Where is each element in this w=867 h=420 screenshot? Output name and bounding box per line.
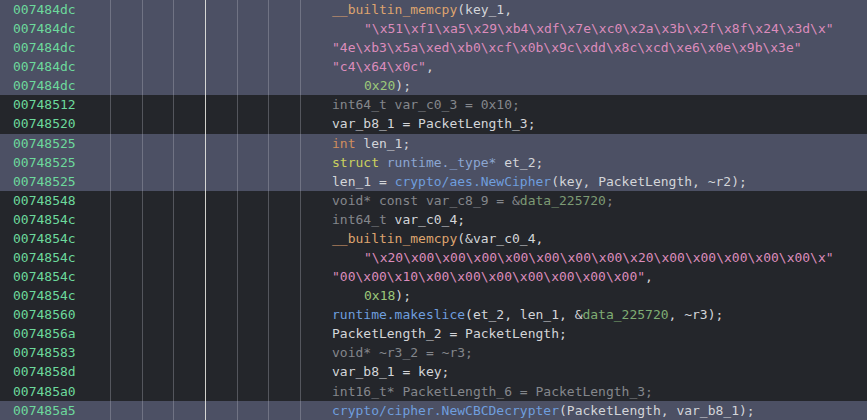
address-gutter-value[interactable]: 0074854c (13, 210, 76, 229)
token-string: "\x20\x00\x00\x00\x00\x00\x00\x00\x20\x0… (364, 250, 834, 265)
code-line[interactable]: int64_t var_c0_3 = 0x10; (332, 95, 520, 114)
token-default: et_2; (496, 155, 543, 170)
code-line[interactable]: int len_1; (332, 134, 410, 153)
token-default: , ~r3); (669, 307, 724, 322)
code-line[interactable]: struct runtime._type* et_2; (332, 153, 543, 172)
token-dim: void* const var_c8_9 = & (332, 193, 520, 208)
code-line[interactable]: void* const var_c8_9 = &data_225720; (332, 191, 614, 210)
address-gutter-value[interactable]: 007485a5 (13, 401, 76, 420)
code-row[interactable]: 0074856aPacketLength_2 = PacketLength; (0, 324, 867, 343)
token-string: "4e\xb3\x5a\xed\xb0\xcf\x0b\x9c\xdd\x8c\… (332, 40, 802, 55)
code-row[interactable]: 00748512int64_t var_c0_3 = 0x10; (0, 95, 867, 114)
code-line[interactable]: PacketLength_2 = PacketLength; (332, 324, 567, 343)
code-line[interactable]: __builtin_memcpy(key_1, (332, 0, 512, 19)
token-func: crypto/aes.NewCipher (395, 174, 552, 189)
code-line[interactable]: runtime.makeslice(et_2, len_1, &data_225… (332, 305, 723, 324)
code-row[interactable]: 0074854c__builtin_memcpy(&var_c0_4, (0, 229, 867, 248)
token-type: int (332, 136, 355, 151)
address-gutter-value[interactable]: 00748548 (13, 191, 76, 210)
code-line[interactable]: "\x51\xf1\xa5\x29\xb4\xdf\x7e\xc0\x2a\x3… (364, 19, 834, 38)
token-dim: ; (606, 193, 614, 208)
token-default: PacketLength_2 = PacketLength; (332, 326, 567, 341)
address-gutter-value[interactable]: 007484dc (13, 76, 76, 95)
code-row[interactable]: 007484dc__builtin_memcpy(key_1, (0, 0, 867, 19)
token-default: , (426, 59, 434, 74)
code-line[interactable]: void* ~r3_2 = ~r3; (332, 343, 473, 362)
code-line[interactable]: 0x18); (364, 286, 411, 305)
token-dim: int16_t* PacketLength_6 = PacketLength_3… (332, 384, 653, 399)
token-default: len_1; (355, 136, 410, 151)
token-number: 0x20 (364, 78, 395, 93)
address-gutter-value[interactable]: 0074854c (13, 248, 76, 267)
code-line[interactable]: "\x20\x00\x00\x00\x00\x00\x00\x00\x20\x0… (364, 248, 834, 267)
code-line[interactable]: "c4\x64\x0c", (332, 57, 434, 76)
token-dim: int64_t var_c0_3 = 0x10; (332, 97, 520, 112)
code-row[interactable]: 0074854cint64_t var_c0_4; (0, 210, 867, 229)
token-default (379, 155, 387, 170)
code-line[interactable]: var_b8_1 = PacketLength_3; (332, 114, 536, 133)
token-default: ); (395, 288, 411, 303)
address-gutter-value[interactable]: 00748525 (13, 134, 76, 153)
token-func: crypto/cipher.NewCBCDecrypter (332, 403, 559, 418)
code-row[interactable]: 0074854c0x18); (0, 286, 867, 305)
code-rows: 007484dc__builtin_memcpy(key_1,007484dc"… (0, 0, 867, 420)
code-line[interactable]: int64_t var_c0_4; (332, 210, 465, 229)
code-row[interactable]: 0074858dvar_b8_1 = key; (0, 362, 867, 381)
token-default: var_b8_1 = key; (332, 364, 449, 379)
linear-disassembly-view[interactable]: 007484dc__builtin_memcpy(key_1,007484dc"… (0, 0, 867, 420)
address-gutter-value[interactable]: 007484dc (13, 38, 76, 57)
token-default: (key_1, (457, 2, 512, 17)
token-default: (PacketLength, var_b8_1); (559, 403, 755, 418)
address-gutter-value[interactable]: 00748525 (13, 153, 76, 172)
code-row[interactable]: 00748525struct runtime._type* et_2; (0, 153, 867, 172)
code-line[interactable]: "4e\xb3\x5a\xed\xb0\xcf\x0b\x9c\xdd\x8c\… (332, 38, 802, 57)
code-line[interactable]: var_b8_1 = key; (332, 362, 449, 381)
address-gutter-value[interactable]: 007484dc (13, 19, 76, 38)
address-gutter-value[interactable]: 007484dc (13, 0, 76, 19)
code-row[interactable]: 007485a0int16_t* PacketLength_6 = Packet… (0, 382, 867, 401)
address-gutter-value[interactable]: 0074854c (13, 229, 76, 248)
code-row[interactable]: 0074854c"00\x00\x10\x00\x00\x00\x00\x00\… (0, 267, 867, 286)
code-row[interactable]: 007484dc"\x51\xf1\xa5\x29\xb4\xdf\x7e\xc… (0, 19, 867, 38)
code-row[interactable]: 007484dc"c4\x64\x0c", (0, 57, 867, 76)
address-gutter-value[interactable]: 007484dc (13, 57, 76, 76)
address-gutter-value[interactable]: 0074858d (13, 362, 76, 381)
address-gutter-value[interactable]: 00748512 (13, 95, 76, 114)
code-row[interactable]: 00748520var_b8_1 = PacketLength_3; (0, 114, 867, 133)
code-row[interactable]: 00748525len_1 = crypto/aes.NewCipher(key… (0, 172, 867, 191)
token-func: runtime.makeslice (332, 307, 465, 322)
code-row[interactable]: 00748548void* const var_c8_9 = &data_225… (0, 191, 867, 210)
code-row[interactable]: 0074854c"\x20\x00\x00\x00\x00\x00\x00\x0… (0, 248, 867, 267)
code-line[interactable]: 0x20); (364, 76, 411, 95)
address-gutter-value[interactable]: 0074856a (13, 324, 76, 343)
token-default: , (645, 269, 653, 284)
code-line[interactable]: "00\x00\x10\x00\x00\x00\x00\x00\x00\x00"… (332, 267, 653, 286)
address-gutter-value[interactable]: 0074854c (13, 267, 76, 286)
code-row[interactable]: 007485a5crypto/cipher.NewCBCDecrypter(Pa… (0, 401, 867, 420)
address-gutter-value[interactable]: 00748560 (13, 305, 76, 324)
token-default: ); (395, 78, 411, 93)
code-row[interactable]: 00748583void* ~r3_2 = ~r3; (0, 343, 867, 362)
address-gutter-value[interactable]: 00748583 (13, 343, 76, 362)
address-gutter-value[interactable]: 00748520 (13, 114, 76, 133)
token-dimdata: data_225720 (520, 193, 606, 208)
token-number: 0x18 (364, 288, 395, 303)
token-default: (key, PacketLength, ~r2); (551, 174, 747, 189)
code-row[interactable]: 00748525int len_1; (0, 134, 867, 153)
code-row[interactable]: 007484dc0x20); (0, 76, 867, 95)
token-string: "\x51\xf1\xa5\x29\xb4\xdf\x7e\xc0\x2a\x3… (364, 21, 834, 36)
token-dim: void* ~r3_2 = ~r3; (332, 345, 473, 360)
address-gutter-value[interactable]: 00748525 (13, 172, 76, 191)
code-row[interactable]: 007484dc"4e\xb3\x5a\xed\xb0\xcf\x0b\x9c\… (0, 38, 867, 57)
code-line[interactable]: len_1 = crypto/aes.NewCipher(key, Packet… (332, 172, 747, 191)
code-line[interactable]: crypto/cipher.NewCBCDecrypter(PacketLeng… (332, 401, 755, 420)
token-default: var_c0_4; (387, 212, 465, 227)
token-import-fn: __builtin_memcpy (332, 231, 457, 246)
token-import-fn: __builtin_memcpy (332, 2, 457, 17)
address-gutter-value[interactable]: 007485a0 (13, 382, 76, 401)
code-line[interactable]: __builtin_memcpy(&var_c0_4, (332, 229, 543, 248)
code-line[interactable]: int16_t* PacketLength_6 = PacketLength_3… (332, 382, 653, 401)
code-row[interactable]: 00748560runtime.makeslice(et_2, len_1, &… (0, 305, 867, 324)
address-gutter-value[interactable]: 0074854c (13, 286, 76, 305)
token-default: (&var_c0_4, (457, 231, 543, 246)
